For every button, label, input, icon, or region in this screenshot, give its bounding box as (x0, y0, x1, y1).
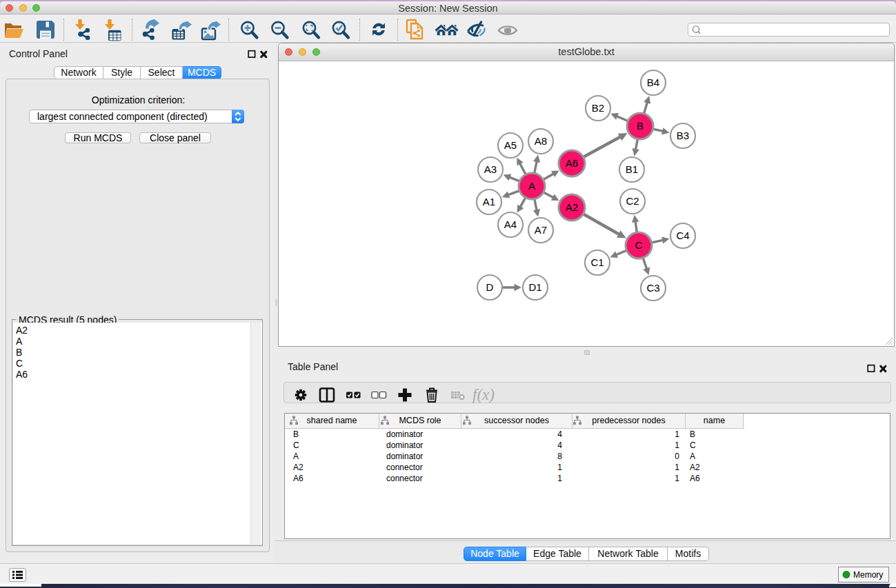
svg-text:A: A (528, 180, 535, 192)
svg-text:C: C (635, 239, 643, 251)
svg-text:A2: A2 (566, 201, 578, 213)
svg-text:A1: A1 (483, 196, 495, 207)
svg-text:A5: A5 (504, 139, 517, 151)
svg-text:B4: B4 (647, 77, 659, 88)
svg-text:B3: B3 (677, 130, 689, 141)
svg-text:C1: C1 (590, 256, 604, 268)
svg-text:B2: B2 (592, 102, 604, 114)
svg-text:A3: A3 (484, 163, 497, 175)
svg-text:C3: C3 (646, 282, 659, 294)
svg-text:D1: D1 (528, 281, 541, 293)
svg-text:A4: A4 (504, 219, 517, 230)
svg-text:B1: B1 (626, 163, 638, 175)
svg-text:A7: A7 (535, 224, 547, 236)
svg-text:D: D (486, 281, 494, 293)
svg-text:B: B (637, 120, 644, 132)
svg-text:C4: C4 (676, 230, 689, 241)
svg-text:C2: C2 (626, 195, 639, 207)
svg-text:A6: A6 (566, 157, 578, 169)
svg-text:f(x): f(x) (472, 386, 495, 403)
svg-text:A8: A8 (535, 135, 547, 147)
svg-text:Memory: Memory (853, 570, 883, 580)
